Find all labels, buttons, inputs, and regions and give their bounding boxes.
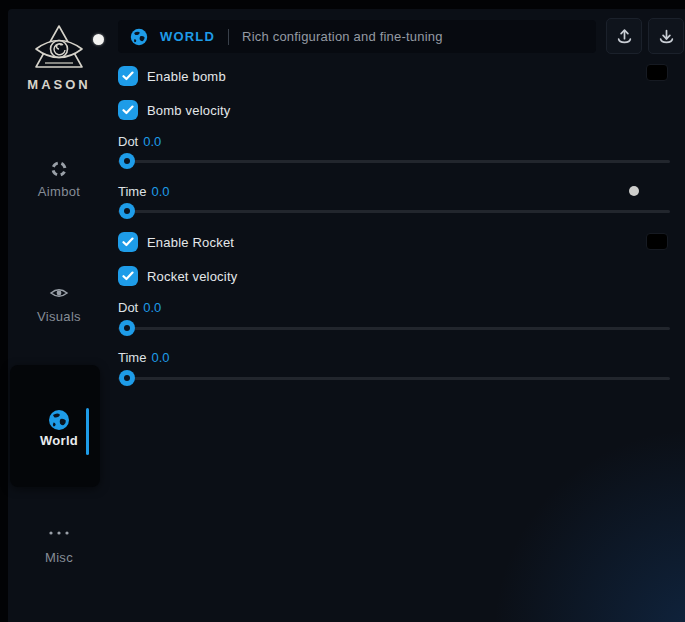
check-icon — [122, 271, 134, 281]
sidebar-item-label: Misc — [8, 550, 110, 565]
globe-icon — [130, 28, 148, 46]
check-icon — [122, 71, 134, 81]
enable-bomb-checkbox[interactable] — [118, 66, 138, 86]
slider-thumb[interactable] — [119, 203, 135, 219]
upload-config-button[interactable] — [606, 18, 642, 54]
upload-icon — [616, 28, 633, 45]
bomb-dot-label: Dot0.0 — [118, 134, 161, 149]
bomb-dot-slider[interactable] — [118, 153, 670, 169]
enable-rocket-checkbox[interactable] — [118, 232, 138, 252]
sidebar-item-label: Aimbot — [8, 184, 110, 199]
bomb-velocity-checkbox[interactable] — [118, 100, 138, 120]
sidebar-item-visuals[interactable]: Visuals — [8, 285, 110, 324]
crosshair-icon — [8, 160, 110, 178]
bomb-velocity-row: Bomb velocity — [118, 100, 231, 120]
slider-track — [118, 160, 670, 163]
rocket-time-label: Time0.0 — [118, 350, 169, 365]
enable-rocket-row: Enable Rocket — [118, 232, 234, 252]
sidebar-item-aimbot[interactable]: Aimbot — [8, 160, 110, 199]
slider-value: 0.0 — [143, 300, 161, 315]
bomb-color-swatch[interactable] — [646, 64, 668, 81]
sidebar-item-label: World — [8, 433, 110, 448]
page-header: WORLD Rich configuration and fine-tuning — [118, 20, 596, 53]
check-icon — [122, 105, 134, 115]
download-config-button[interactable] — [648, 18, 684, 54]
app-window: MASON Aimbot Visuals — [8, 9, 685, 622]
enable-bomb-row: Enable bomb — [118, 66, 226, 86]
slider-value: 0.0 — [143, 134, 161, 149]
eye-icon — [8, 285, 110, 303]
page-subtitle: Rich configuration and fine-tuning — [242, 29, 442, 44]
cursor-dot — [629, 186, 639, 196]
slider-track — [118, 377, 670, 380]
slider-thumb[interactable] — [119, 370, 135, 386]
slider-thumb[interactable] — [119, 320, 135, 336]
checkbox-label: Enable Rocket — [147, 235, 234, 250]
mason-eye-logo-icon — [31, 23, 87, 73]
brand-name: MASON — [8, 77, 110, 92]
checkbox-label: Bomb velocity — [147, 103, 231, 118]
slider-thumb[interactable] — [119, 153, 135, 169]
checkbox-label: Enable bomb — [147, 69, 226, 84]
page-title: WORLD — [160, 29, 215, 44]
bomb-time-label: Time0.0 — [118, 184, 169, 199]
header-divider — [228, 29, 229, 45]
rocket-dot-slider[interactable] — [118, 320, 670, 336]
slider-track — [118, 210, 670, 213]
cursor-dot — [93, 34, 104, 45]
rocket-velocity-row: Rocket velocity — [118, 266, 237, 286]
slider-value: 0.0 — [151, 350, 169, 365]
check-icon — [122, 237, 134, 247]
brand-logo: MASON — [8, 23, 110, 92]
rocket-color-swatch[interactable] — [646, 233, 668, 250]
download-icon — [658, 28, 675, 45]
sidebar-item-misc[interactable]: Misc — [8, 530, 110, 565]
checkbox-label: Rocket velocity — [147, 269, 237, 284]
world-panel: WORLD Rich configuration and fine-tuning — [118, 9, 670, 622]
sidebar: MASON Aimbot Visuals — [8, 9, 110, 622]
globe-icon — [8, 409, 110, 427]
sidebar-item-world[interactable]: World — [8, 409, 110, 448]
rocket-time-slider[interactable] — [118, 370, 670, 386]
ellipsis-icon — [8, 530, 110, 542]
rocket-velocity-checkbox[interactable] — [118, 266, 138, 286]
slider-track — [118, 327, 670, 330]
rocket-dot-label: Dot0.0 — [118, 300, 161, 315]
bomb-time-slider[interactable] — [118, 203, 670, 219]
sidebar-item-label: Visuals — [8, 309, 110, 324]
slider-value: 0.0 — [151, 184, 169, 199]
